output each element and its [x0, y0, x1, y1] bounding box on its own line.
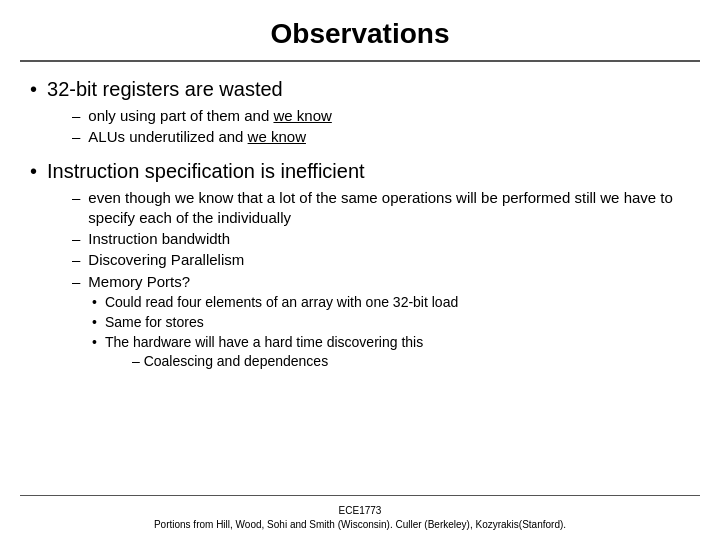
underline-we-know-2: we know: [248, 128, 306, 145]
sub-sub-bullet-2: • Same for stores: [92, 313, 690, 332]
footer-line1: ECE1773: [20, 504, 700, 518]
sub-sub-bullets: • Could read four elements of an array w…: [92, 293, 690, 372]
dash-2-1: –: [72, 188, 80, 208]
dash-1-2: –: [72, 127, 80, 147]
sub-sub-bullet-3: • The hardware will have a hard time dis…: [92, 333, 690, 352]
sub-sub-bullet-1: • Could read four elements of an array w…: [92, 293, 690, 312]
sub-sub-dot-1: •: [92, 293, 97, 312]
bullet-2-text: Instruction specification is inefficient: [47, 158, 365, 184]
sub-bullet-2-1-text: even though we know that a lot of the sa…: [88, 188, 690, 229]
coalescing-line: – Coalescing and dependences: [132, 352, 690, 371]
bullet-1-text: 32-bit registers are wasted: [47, 76, 283, 102]
dash-1-1: –: [72, 106, 80, 126]
bullet-section-2: • Instruction specification is inefficie…: [30, 158, 690, 372]
footer-line2: Portions from Hill, Wood, Sohi and Smith…: [20, 518, 700, 532]
bottom-divider: [20, 495, 700, 496]
sub-bullet-2-1: – even though we know that a lot of the …: [72, 188, 690, 229]
slide-title: Observations: [0, 0, 720, 60]
sub-bullet-2-3: – Discovering Parallelism: [72, 250, 690, 270]
bullet-1-main: • 32-bit registers are wasted: [30, 76, 690, 102]
sub-sub-dot-3: •: [92, 333, 97, 352]
dash-2-4: –: [72, 272, 80, 292]
sub-bullet-1-1-text: only using part of them and we know: [88, 106, 331, 126]
dash-2-2: –: [72, 229, 80, 249]
dash-2-3: –: [72, 250, 80, 270]
sub-sub-dot-2: •: [92, 313, 97, 332]
sub-bullet-1-2: – ALUs underutilized and we know: [72, 127, 690, 147]
sub-sub-text-3: The hardware will have a hard time disco…: [105, 333, 423, 352]
bullet-2-subs: – even though we know that a lot of the …: [72, 188, 690, 372]
sub-bullet-2-2: – Instruction bandwidth: [72, 229, 690, 249]
top-divider: [20, 60, 700, 62]
bullet-section-1: • 32-bit registers are wasted – only usi…: [30, 76, 690, 148]
bullet-1-subs: – only using part of them and we know – …: [72, 106, 690, 148]
sub-sub-text-2: Same for stores: [105, 313, 204, 332]
bullet-dot-1: •: [30, 76, 37, 102]
slide-content: • 32-bit registers are wasted – only usi…: [0, 70, 720, 491]
bullet-dot-2: •: [30, 158, 37, 184]
sub-sub-text-1: Could read four elements of an array wit…: [105, 293, 458, 312]
sub-bullet-2-4-text: Memory Ports?: [88, 272, 190, 292]
underline-we-know-1: we know: [273, 107, 331, 124]
sub-bullet-1-2-text: ALUs underutilized and we know: [88, 127, 306, 147]
slide-container: Observations • 32-bit registers are wast…: [0, 0, 720, 540]
sub-bullet-2-3-text: Discovering Parallelism: [88, 250, 244, 270]
sub-bullet-2-4: – Memory Ports?: [72, 272, 690, 292]
sub-bullet-1-1: – only using part of them and we know: [72, 106, 690, 126]
bullet-2-main: • Instruction specification is inefficie…: [30, 158, 690, 184]
sub-bullet-2-2-text: Instruction bandwidth: [88, 229, 230, 249]
footer: ECE1773 Portions from Hill, Wood, Sohi a…: [0, 500, 720, 540]
